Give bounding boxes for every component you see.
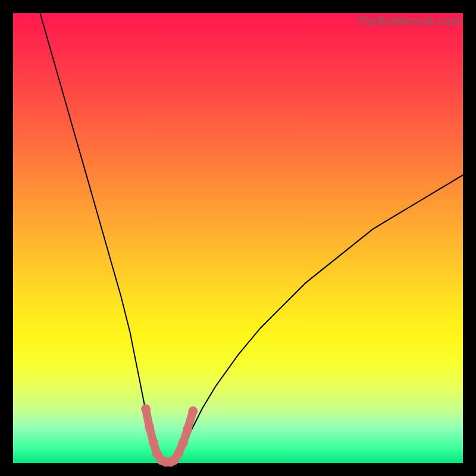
bottleneck-curve (40, 13, 463, 463)
highlighted-range-dot (145, 422, 154, 432)
highlighted-range-dot (174, 448, 183, 458)
chart-frame: TheBottleneck.com (13, 13, 463, 463)
chart-svg (13, 13, 463, 463)
highlighted-range-dot (149, 438, 158, 447)
highlighted-range-dot (141, 404, 151, 414)
highlighted-range-dot (178, 438, 188, 447)
highlighted-range-dot (188, 406, 198, 416)
highlighted-range-dot (183, 424, 192, 434)
